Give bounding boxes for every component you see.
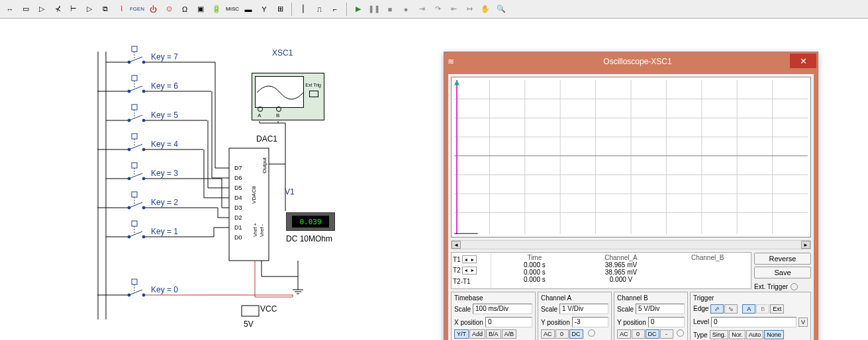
rec-icon[interactable]: ●	[399, 2, 413, 17]
svg-rect-35	[132, 163, 137, 168]
svg-point-54	[142, 294, 145, 296]
tool-battery-icon[interactable]: 🔋	[209, 2, 224, 17]
yt-button[interactable]: Y/T	[454, 329, 469, 339]
cha-0-button[interactable]: 0	[555, 329, 569, 339]
tool-fgen-icon[interactable]: FGEN	[130, 2, 144, 17]
scope-display[interactable]	[451, 77, 811, 237]
chb-ac-button[interactable]: AC	[617, 329, 631, 339]
switch-6-label: Key = 6	[151, 81, 178, 91]
reverse-button[interactable]: Reverse	[754, 253, 811, 265]
t1-stepper[interactable]: ◄►	[462, 255, 477, 263]
multimeter-reading: 0.039	[292, 216, 329, 228]
switch-1-label: Key = 1	[151, 227, 178, 236]
trig-ext-button[interactable]: Ext	[770, 304, 784, 314]
channel-a-panel: Channel A Scale1 V/Div Y position-3 AC 0…	[538, 292, 612, 340]
chb-dc-button[interactable]: DC	[646, 329, 659, 339]
edge-fall-icon[interactable]: ⬂	[724, 304, 738, 314]
svg-text:D5: D5	[234, 185, 242, 191]
svg-text:Output: Output	[262, 157, 267, 173]
svg-text:D3: D3	[234, 204, 242, 211]
cha-ypos-input[interactable]: -3	[572, 317, 608, 327]
tool-display-icon[interactable]: ▬	[241, 2, 256, 17]
tool-pwr-icon[interactable]: ⏻	[146, 2, 160, 17]
step-over-icon[interactable]: ↷	[430, 2, 445, 17]
t2-stepper[interactable]: ◄►	[462, 267, 477, 275]
tool-gate-icon[interactable]: ▣	[193, 2, 208, 17]
vcc-value: 5V	[244, 319, 254, 329]
trigger-level-input[interactable]: 0	[711, 317, 796, 327]
xsc1-instrument[interactable]: Ext Trig A B	[252, 73, 324, 120]
tool-multimeter-icon[interactable]: ▭	[19, 2, 33, 17]
switch-7-label: Key = 7	[151, 52, 178, 62]
svg-point-26	[142, 148, 145, 151]
trig-none-button[interactable]: None	[764, 330, 784, 339]
cha-ac-button[interactable]: AC	[541, 329, 555, 339]
tool-vline-icon[interactable]: ⎮	[296, 2, 311, 17]
svg-line-4	[129, 57, 142, 62]
tool-corner-icon[interactable]: ⌐	[328, 2, 342, 17]
multimeter-v1[interactable]: 0.039	[286, 212, 335, 231]
save-button[interactable]: Save	[754, 267, 811, 278]
meter-mode-label: DC 10MOhm	[286, 234, 332, 243]
tool-osc-icon[interactable]: ⌇	[114, 2, 128, 17]
step-icon[interactable]: ↦	[462, 2, 477, 17]
tool-zener-icon[interactable]: ⊀	[50, 2, 65, 17]
tool-filter-icon[interactable]: ⊞	[273, 2, 287, 17]
add-button[interactable]: Add	[469, 329, 485, 339]
cha-radio[interactable]	[588, 329, 595, 337]
cha-dc-button[interactable]: DC	[569, 329, 583, 339]
trig-auto-button[interactable]: Auto	[746, 330, 764, 339]
switch-3-label: Key = 3	[151, 169, 178, 178]
tool-misc-icon[interactable]: MISC	[225, 2, 240, 17]
timebase-scale-input[interactable]: 100 ms/Div	[473, 304, 532, 314]
tool-transistor-icon[interactable]: ⊢	[66, 2, 81, 17]
tool-om-icon[interactable]: Ω	[177, 2, 192, 17]
close-icon[interactable]: ✕	[790, 54, 816, 68]
ab-button[interactable]: A/B	[502, 329, 517, 339]
trig-sing-button[interactable]: Sing.	[710, 330, 729, 339]
tool-diode-icon[interactable]: ▷	[34, 2, 49, 17]
stop-icon[interactable]: ■	[383, 2, 397, 17]
trigger-level-unit[interactable]: V	[798, 318, 808, 327]
step-in-icon[interactable]: ⇥	[414, 2, 429, 17]
tool-amg-icon[interactable]: ⊙	[162, 2, 176, 17]
chb-minus-button[interactable]: -	[660, 329, 673, 339]
svg-point-19	[142, 119, 145, 122]
pause-icon[interactable]: ❚❚	[367, 2, 381, 17]
trig-b-button[interactable]: B	[756, 304, 769, 314]
tool-transformer-icon[interactable]: ⧉	[98, 2, 113, 17]
tool-trace-icon[interactable]: ⎍	[312, 2, 326, 17]
timebase-xpos-input[interactable]: 0	[485, 317, 532, 327]
tool-place-icon[interactable]: ↔	[3, 2, 17, 17]
vcc-label: VCC	[260, 304, 277, 314]
edge-rise-icon[interactable]: ⬀	[710, 304, 724, 314]
ext-trigger-radio[interactable]	[791, 283, 798, 290]
chb-0-button[interactable]: 0	[632, 329, 645, 339]
svg-line-18	[129, 115, 142, 120]
tool-opamp-icon[interactable]: ▷	[82, 2, 97, 17]
chb-ypos-input[interactable]: 0	[648, 317, 685, 327]
svg-point-33	[142, 177, 145, 180]
svg-line-25	[129, 144, 142, 149]
hand-icon[interactable]: ✋	[478, 2, 493, 17]
play-icon[interactable]: ▶	[351, 2, 365, 17]
chb-scale-input[interactable]: 5 V/Div	[636, 304, 685, 314]
scope-hscroll[interactable]: ◄►	[451, 240, 811, 249]
oscilloscope-window[interactable]: ≋ Oscilloscope-XSC1 ✕	[444, 52, 818, 340]
cha-scale-input[interactable]: 1 V/Div	[559, 304, 608, 314]
svg-point-47	[142, 235, 145, 238]
oscilloscope-titlebar[interactable]: ≋ Oscilloscope-XSC1 ✕	[444, 52, 818, 70]
svg-line-32	[129, 173, 142, 179]
v1-label: V1	[285, 187, 295, 196]
timebase-panel: Timebase Scale100 ms/Div X position0 Y/T…	[451, 292, 536, 340]
zoom-icon[interactable]: 🔍	[494, 2, 508, 17]
ba-button[interactable]: B/A	[486, 329, 501, 339]
trig-nor-button[interactable]: Nor.	[729, 330, 746, 339]
svg-text:D2: D2	[234, 214, 242, 221]
tool-antenna-icon[interactable]: Y	[257, 2, 271, 17]
step-out-icon[interactable]: ⇤	[446, 2, 461, 17]
schematic-canvas[interactable]: D7 D6 D5 D4 D3 D2 D1 D0 Vref + Vref - VD…	[0, 19, 868, 340]
switch-0-label: Key = 0	[151, 285, 178, 294]
trig-a-button[interactable]: A	[742, 304, 755, 314]
chb-radio[interactable]	[677, 329, 684, 337]
